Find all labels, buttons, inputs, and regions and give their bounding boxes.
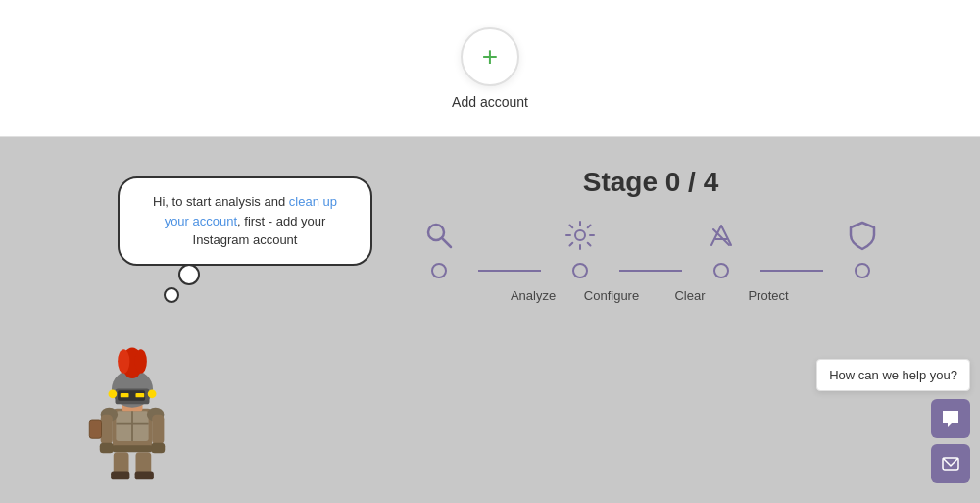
dots-row xyxy=(400,263,902,278)
stage-section: Stage 0 / 4 xyxy=(400,167,902,303)
icons-row xyxy=(400,218,902,253)
step-label-configure: Configure xyxy=(572,288,651,303)
email-icon xyxy=(941,454,960,474)
chat-bubble-icon xyxy=(941,409,960,428)
step-label-clear: Clear xyxy=(651,288,729,303)
svg-rect-11 xyxy=(100,442,114,453)
svg-point-24 xyxy=(148,389,157,398)
knight-character xyxy=(78,344,186,481)
step-dot-configure xyxy=(572,263,588,278)
protect-icon xyxy=(845,218,880,253)
chat-help-text: How can we help you? xyxy=(816,359,970,391)
step-wrapper-clear xyxy=(682,218,760,253)
step-line-2 xyxy=(619,270,682,272)
step-dot-analyze xyxy=(431,263,447,278)
svg-rect-12 xyxy=(151,442,165,453)
step-dot-clear xyxy=(713,263,729,278)
svg-rect-21 xyxy=(121,392,129,396)
step-label-analyze: Analyze xyxy=(494,288,572,303)
svg-line-29 xyxy=(442,238,451,247)
step-dot-protect xyxy=(855,263,870,278)
top-section: + Add account xyxy=(0,0,980,137)
step-wrapper-protect xyxy=(823,218,902,253)
add-account-button[interactable]: + Add account xyxy=(452,27,528,110)
plus-icon: + xyxy=(482,43,498,71)
step-line-1 xyxy=(478,270,541,272)
speech-text-part1: Hi, to start analysis and xyxy=(153,194,289,209)
chat-buttons xyxy=(931,399,970,483)
step-wrapper-configure xyxy=(541,218,619,253)
add-account-circle: + xyxy=(461,27,519,86)
svg-rect-22 xyxy=(136,392,145,396)
svg-point-30 xyxy=(575,230,585,240)
svg-point-23 xyxy=(109,389,118,398)
labels-row: Analyze Configure Clear Protect xyxy=(494,288,808,303)
svg-rect-5 xyxy=(111,471,129,479)
step-line-3 xyxy=(760,270,823,272)
svg-rect-10 xyxy=(152,414,164,444)
step-label-protect: Protect xyxy=(729,288,808,303)
step-wrapper-analyze xyxy=(400,218,478,253)
bottom-section: Hi, to start analysis and clean up your … xyxy=(0,137,980,503)
steps-container: Analyze Configure Clear Protect xyxy=(400,218,902,303)
svg-rect-2 xyxy=(113,445,152,452)
configure-icon xyxy=(563,218,598,253)
chat-email-button[interactable] xyxy=(931,444,970,483)
analyze-icon xyxy=(421,218,457,253)
chat-message-button[interactable] xyxy=(931,399,970,438)
character-area: Hi, to start analysis and clean up your … xyxy=(59,176,372,276)
chat-widget: How can we help you? xyxy=(816,359,970,483)
svg-rect-9 xyxy=(101,414,113,444)
add-account-label: Add account xyxy=(452,94,528,110)
speech-bubble: Hi, to start analysis and clean up your … xyxy=(118,176,372,266)
svg-rect-27 xyxy=(89,420,101,438)
stage-title: Stage 0 / 4 xyxy=(583,167,719,198)
svg-rect-6 xyxy=(135,471,154,479)
svg-point-19 xyxy=(135,349,147,374)
svg-point-18 xyxy=(118,349,129,374)
clear-icon xyxy=(704,218,739,253)
